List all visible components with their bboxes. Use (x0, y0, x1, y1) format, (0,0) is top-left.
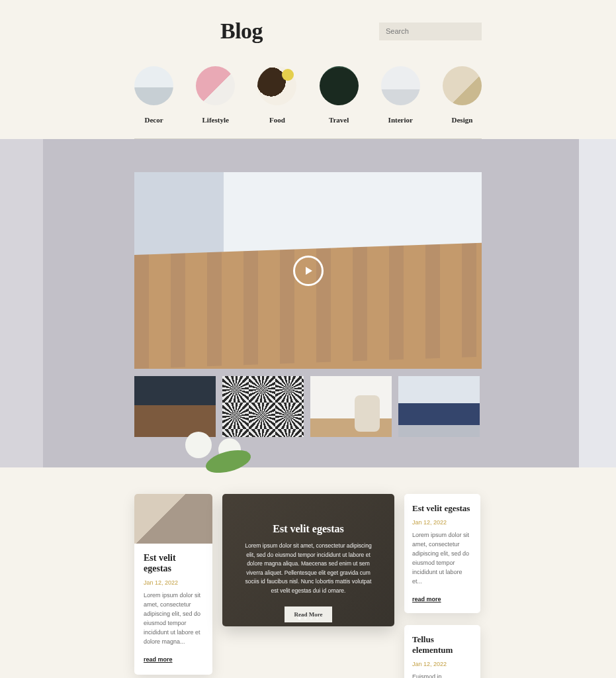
card-excerpt: Lorem ipsum dolor sit amet, consectetur … (144, 591, 203, 647)
card-date: Jan 12, 2022 (412, 661, 472, 667)
blog-cards: Est velit egestas Jan 12, 2022 Lorem ips… (134, 494, 482, 678)
read-more-link[interactable]: read more (412, 596, 441, 603)
category-image (320, 66, 359, 105)
feature-title: Est velit egestas (273, 523, 344, 535)
category-label: Food (269, 116, 285, 124)
video-thumbnails (134, 376, 482, 437)
category-image (196, 66, 235, 105)
decorative-flowers (172, 432, 291, 471)
card-excerpt: Euismod in pellentesque massa placerat d… (412, 673, 472, 678)
svg-marker-0 (306, 267, 312, 275)
slider-dot[interactable] (316, 617, 319, 620)
slider-dot[interactable] (304, 617, 307, 620)
category-image (257, 66, 296, 105)
category-label: Lifestyle (202, 116, 229, 124)
feature-excerpt: Lorem ipsum dolor sit amet, consectetur … (241, 542, 376, 596)
card-title: Est velit egestas (412, 503, 472, 514)
blog-card[interactable]: Est velit egestas Jan 12, 2022 Lorem ips… (404, 494, 480, 613)
thumbnail[interactable] (398, 376, 480, 437)
play-icon (293, 256, 324, 286)
search-input[interactable] (379, 23, 482, 40)
category-image (381, 66, 420, 105)
read-more-link[interactable]: read more (144, 656, 173, 663)
category-travel[interactable]: Travel (320, 66, 359, 124)
category-decor[interactable]: Decor (134, 66, 173, 124)
card-date: Jan 12, 2022 (412, 519, 472, 526)
thumbnail[interactable] (222, 376, 304, 437)
blog-card[interactable]: Est velit egestas Jan 12, 2022 Lorem ips… (134, 494, 212, 675)
category-image (134, 66, 173, 105)
card-title: Tellus elementum (412, 634, 472, 655)
category-interior[interactable]: Interior (381, 66, 420, 124)
card-excerpt: Lorem ipsum dolor sit amet, consectetur … (412, 531, 472, 587)
thumbnail[interactable] (310, 376, 392, 437)
blog-card[interactable]: Tellus elementum Jan 12, 2022 Euismod in… (404, 625, 480, 678)
hero-video[interactable] (134, 172, 482, 369)
category-food[interactable]: Food (257, 66, 296, 124)
category-nav: Decor Lifestyle Food Travel Interior Des… (134, 56, 482, 139)
slider-dot[interactable] (310, 617, 313, 620)
slider-dot[interactable] (298, 617, 301, 620)
category-label: Design (452, 116, 473, 124)
card-date: Jan 12, 2022 (144, 579, 203, 586)
hero-section (0, 139, 616, 467)
card-image (134, 494, 212, 544)
category-label: Travel (329, 116, 349, 124)
category-image (443, 66, 482, 105)
card-title: Est velit egestas (144, 553, 203, 574)
category-lifestyle[interactable]: Lifestyle (196, 66, 235, 124)
slider-dots (298, 617, 319, 620)
thumbnail[interactable] (134, 376, 216, 437)
category-design[interactable]: Design (443, 66, 482, 124)
category-label: Decor (144, 116, 163, 124)
page-title: Blog (220, 19, 263, 44)
featured-slide[interactable]: Est velit egestas Lorem ipsum dolor sit … (222, 494, 394, 626)
category-label: Interior (388, 116, 413, 124)
